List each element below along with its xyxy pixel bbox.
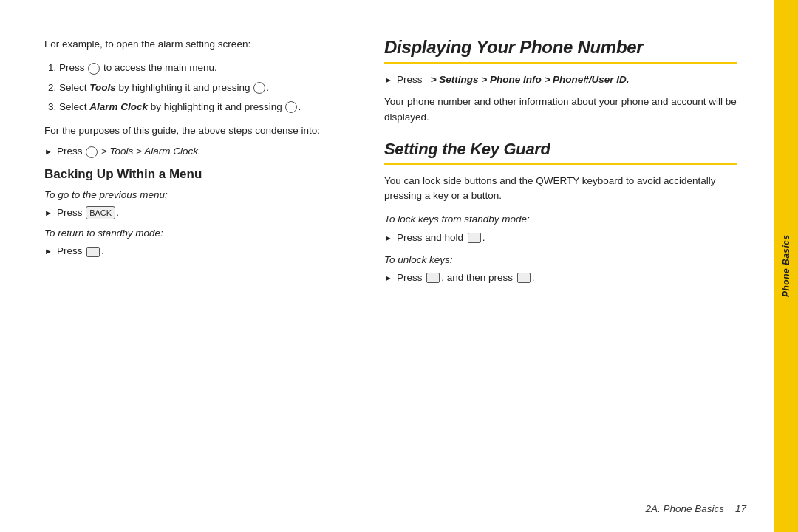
to-go-previous-label: To go to the previous menu: xyxy=(44,188,355,202)
standby-key-icon xyxy=(86,247,100,257)
bullet-arrow-5: ► xyxy=(384,232,392,245)
bullet-arrow-4: ► xyxy=(384,74,392,86)
bullet-arrow-1: ► xyxy=(44,146,52,158)
back-key-icon: BACK xyxy=(86,206,115,220)
lock-key-icon xyxy=(468,233,481,243)
menu-circle-icon xyxy=(88,63,100,75)
title-divider xyxy=(384,62,737,64)
bullet-arrow-6: ► xyxy=(384,272,392,284)
select-circle-icon2 xyxy=(285,101,297,113)
to-lock-label: To lock keys from standby mode: xyxy=(384,212,737,227)
unlock-key-icon1 xyxy=(426,273,440,283)
to-unlock-label: To unlock keys: xyxy=(384,253,737,267)
left-column: For example, to open the alarm setting s… xyxy=(44,30,355,502)
steps-list: Press to access the main menu. Select To… xyxy=(59,61,355,115)
unlock-key-icon2 xyxy=(517,273,531,283)
backing-heading: Backing Up Within a Menu xyxy=(44,167,355,182)
step-2: Select Tools by highlighting it and pres… xyxy=(59,81,355,95)
press-standby-text: Press . xyxy=(57,244,104,259)
sidebar-tab: Phone Basics xyxy=(774,0,798,532)
section-desc: You can lock side buttons and the QWERTY… xyxy=(384,174,737,204)
condense-text: For the purposes of this guide, the abov… xyxy=(44,123,355,138)
section-title: Setting the Key Guard xyxy=(384,140,737,159)
press-unlock-text: Press , and then press . xyxy=(397,270,535,285)
sidebar-label: Phone Basics xyxy=(781,235,791,298)
right-column: Displaying Your Phone Number ► Press > S… xyxy=(384,30,737,502)
page-title: Displaying Your Phone Number xyxy=(384,37,737,58)
press-standby-bullet: ► Press . xyxy=(44,244,355,259)
condense-bullet-text: Press > Tools > Alarm Clock. xyxy=(57,144,201,159)
step-1: Press to access the main menu. xyxy=(59,61,355,75)
menu-circle-icon3 xyxy=(86,146,98,158)
press-back-text: Press BACK. xyxy=(57,205,119,220)
select-circle-icon xyxy=(253,82,265,94)
bullet-arrow-3: ► xyxy=(44,245,52,258)
press-back-bullet: ► Press BACK. xyxy=(44,205,355,220)
press-hold-text: Press and hold . xyxy=(397,231,485,245)
press-hold-bullet: ► Press and hold . xyxy=(384,231,737,245)
footer: 2A. Phone Basics 17 xyxy=(645,503,746,514)
bullet-arrow-2: ► xyxy=(44,207,52,219)
intro-text: For example, to open the alarm setting s… xyxy=(44,37,355,52)
footer-label: 2A. Phone Basics xyxy=(645,503,724,514)
press-unlock-bullet: ► Press , and then press . xyxy=(384,270,737,285)
display-bullet: ► Press > Settings > Phone Info > Phone#… xyxy=(384,72,737,87)
condense-bullet: ► Press > Tools > Alarm Clock. xyxy=(44,144,355,159)
step-3: Select Alarm Clock by highlighting it an… xyxy=(59,100,355,115)
section-divider xyxy=(384,163,737,165)
to-return-standby-label: To return to standby mode: xyxy=(44,226,355,241)
footer-page: 17 xyxy=(735,503,746,514)
main-content: For example, to open the alarm setting s… xyxy=(0,0,774,532)
display-desc: Your phone number and other information … xyxy=(384,95,737,125)
display-bullet-text: Press > Settings > Phone Info > Phone#/U… xyxy=(397,72,630,87)
